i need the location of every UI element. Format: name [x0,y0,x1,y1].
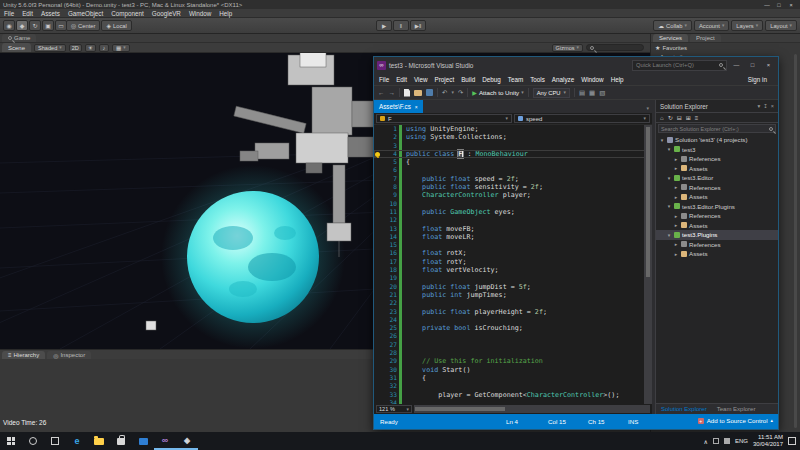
code-line[interactable]: 12 [374,216,652,224]
vs-menu-item[interactable]: Edit [396,76,407,83]
unity-menu-item[interactable]: Assets [41,10,60,17]
unity-maximize-button[interactable]: □ [773,2,785,8]
code-line[interactable]: 21 public int jumpTimes; [374,291,652,299]
code-line[interactable]: 19 [374,274,652,282]
tree-item[interactable]: ▾Solution 'test3' (4 projects) [656,135,778,145]
scrollbar-thumb[interactable] [415,407,505,411]
tab-team-explorer[interactable]: Team Explorer [712,406,761,412]
unity-menu-item[interactable]: Help [219,10,232,17]
collab-button[interactable]: ☁ Collab ▾ [653,20,692,31]
effects-dropdown[interactable]: ▦ ▾ [112,44,130,52]
tree-collapsed-icon[interactable]: ▸ [673,165,679,171]
project-scrollbar[interactable] [794,54,797,428]
move-tool-icon[interactable]: ◆ [16,20,28,31]
code-line[interactable]: 23 public float playerHeight = 2f; [374,308,652,316]
code-line[interactable]: 6 [374,166,652,174]
tree-collapsed-icon[interactable]: ▸ [673,184,679,190]
type-dropdown[interactable]: F ▾ [376,114,512,123]
tree-item[interactable]: ▸References [656,211,778,221]
pivot-local-button[interactable]: ◈ Local [101,20,131,31]
code-line[interactable]: 25 private bool isCrouching; [374,324,652,332]
code-line[interactable]: 4public class F : MonoBehaviour [374,150,652,158]
code-line[interactable]: 8 public float sensitivity = 2f; [374,183,652,191]
unity-titlebar[interactable]: Unity 5.6.0f3 Personal (64bit) - Demo.un… [0,0,800,9]
tab-project[interactable]: Project [690,34,721,42]
tray-expand-icon[interactable]: ∧ [704,438,708,445]
code-line[interactable]: 11 public GameObject eyes; [374,208,652,216]
pivot-center-button[interactable]: ◎ Center [66,20,100,31]
undo-icon[interactable]: ↶ [442,89,447,97]
code-line[interactable]: 16 float rotX; [374,249,652,257]
vs-maximize-button[interactable]: □ [746,62,759,68]
new-file-icon[interactable] [404,89,410,97]
code-editor[interactable]: 1using UnityEngine;2using System.Collect… [374,125,652,404]
tree-collapsed-icon[interactable]: ▸ [673,213,679,219]
code-line[interactable]: 30 void Start() [374,366,652,374]
code-line[interactable]: 22 [374,299,652,307]
tab-solution-explorer[interactable]: Solution Explorer [656,406,712,412]
clock[interactable]: 11:51 AM 30/04/2017 [753,434,783,448]
step-button[interactable]: ▶‖ [410,20,426,31]
start-button[interactable] [0,432,22,450]
search-button[interactable] [22,432,44,450]
tab-hierarchy[interactable]: ≡ Hierarchy [2,351,45,359]
tree-collapsed-icon[interactable]: ▸ [673,194,679,200]
task-view-button[interactable] [44,432,66,450]
tree-collapsed-icon[interactable]: ▸ [673,241,679,247]
tree-item[interactable]: ▸References [656,183,778,193]
tree-collapsed-icon[interactable]: ▸ [673,251,679,257]
tree-collapsed-icon[interactable]: ▸ [673,156,679,162]
tree-expanded-icon[interactable]: ▾ [666,203,672,209]
code-line[interactable]: 5{ [374,158,652,166]
unity-menu-item[interactable]: Window [189,10,211,17]
close-panel-icon[interactable]: × [771,103,774,109]
code-line[interactable]: 34 [374,399,652,404]
scale-tool-icon[interactable]: ▣ [42,20,54,31]
vs-menu-item[interactable]: Analyze [552,76,574,83]
code-line[interactable]: 7 public float speed = 2f; [374,175,652,183]
navigate-forward-icon[interactable]: → [389,89,396,96]
tab-overflow-icon[interactable]: ▾ [646,105,649,111]
code-line[interactable]: 2using System.Collections; [374,133,652,141]
tree-expanded-icon[interactable]: ▾ [666,232,672,238]
code-line[interactable]: 20 public float jumpDist = 5f; [374,283,652,291]
photos-taskbar-button[interactable] [132,432,154,450]
vs-menu-item[interactable]: Help [611,76,624,83]
unity-minimize-button[interactable]: — [761,2,773,8]
lighting-toggle-icon[interactable]: ☀ [85,44,96,52]
vs-menu-item[interactable]: Window [581,76,603,83]
favorites-item[interactable]: ★ Favorites [651,43,800,52]
tree-item[interactable]: ▸Assets [656,164,778,174]
tab-services[interactable]: Services [653,34,688,42]
unity-close-button[interactable]: × [785,2,797,8]
tree-item[interactable]: ▸Assets [656,192,778,202]
action-center-icon[interactable] [788,437,796,445]
code-line[interactable]: 1using UnityEngine; [374,125,652,133]
code-line[interactable]: 13 float moveFB; [374,225,652,233]
layout-button[interactable]: Layout ▾ [765,20,797,31]
tree-expanded-icon[interactable]: ▾ [666,175,672,181]
solution-search-input[interactable]: Search Solution Explorer (Ctrl+;) [658,124,776,133]
code-line[interactable]: 10 [374,200,652,208]
tab-inspector[interactable]: ◎ Inspector [47,351,91,359]
tree-item[interactable]: ▾test3.Editor [656,173,778,183]
toolbar-icon-a[interactable]: ▤ [579,89,585,97]
attach-to-unity-button[interactable]: ▶ Attach to Unity ▾ [472,89,523,96]
expand-all-icon[interactable]: ⊞ [686,114,691,121]
tree-item[interactable]: ▾test3 [656,145,778,155]
code-line[interactable]: 3 [374,142,652,150]
editor-vertical-scrollbar[interactable] [644,125,652,404]
vs-menu-item[interactable]: Project [435,76,455,83]
lightbulb-icon[interactable] [375,152,380,157]
code-line[interactable]: 32 [374,382,652,390]
sign-in-link[interactable]: Sign in [748,76,767,83]
code-line[interactable]: 28 [374,349,652,357]
tab-game[interactable]: Game [2,34,36,42]
pin-icon[interactable]: ↧ [763,103,768,109]
unity-menu-item[interactable]: Component [111,10,144,17]
close-tab-icon[interactable]: × [415,104,418,110]
add-to-source-control-button[interactable]: + Add to Source Control ▴ [698,417,773,424]
unity-menu-item[interactable]: GameObject [68,10,103,17]
vs-menu-item[interactable]: Tools [530,76,545,83]
code-line[interactable]: 18 float vertVelocity; [374,266,652,274]
